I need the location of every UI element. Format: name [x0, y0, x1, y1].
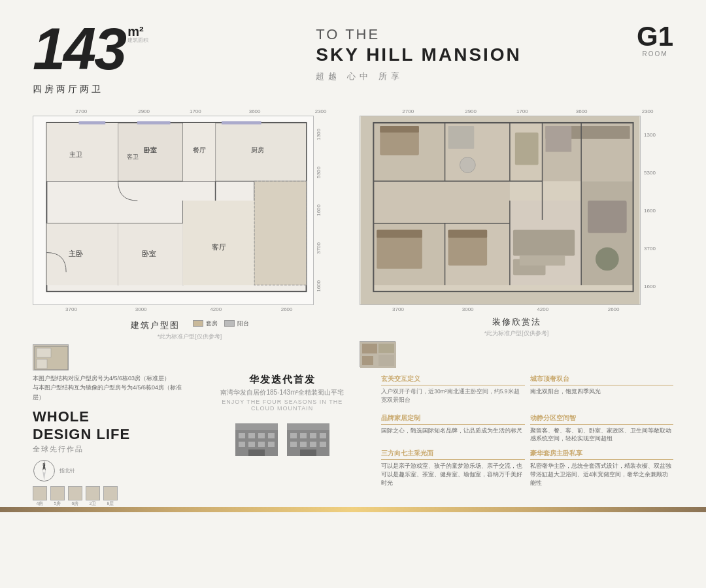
legend-suite: 套房 [193, 319, 218, 328]
room-icon-4: 2卫 [86, 486, 100, 507]
svg-text:客厅: 客厅 [212, 243, 226, 251]
features-grid: 玄关交互定义 入户双开子母门，近30m²南北通主卧空间，约5.9米超宽双景阳台 … [381, 374, 673, 487]
right-plan-container: 2700 2900 1700 3600 2300 [360, 108, 673, 370]
feature-4: 动静分区空间智 聚留客、餐、客、前、卧室、家政区、卫生间等敞取动感系统空间，轻松… [530, 413, 673, 444]
plans-section: 2700 2900 1700 3600 2300 [0, 108, 706, 370]
legend-box-tan [193, 320, 203, 327]
whole-design-block: WHOLE DESIGN LIFE 全球先行作品 [33, 408, 183, 454]
rendered-plan-svg [360, 116, 641, 305]
dim-bot-2: 3000 [110, 306, 173, 312]
svg-rect-73 [378, 355, 394, 366]
legend-box-gray [224, 320, 235, 327]
feature-content-1: 入户双开子母门，近30m²南北通主卧空间，约5.9米超宽双景阳台 [381, 387, 524, 406]
svg-rect-84 [239, 442, 245, 447]
whole-sub: 全球先行作品 [33, 444, 183, 454]
svg-rect-86 [258, 442, 265, 447]
svg-rect-15 [254, 181, 306, 285]
svg-text:厨房: 厨房 [251, 146, 264, 154]
center-title: TO THE SKY HILL MANSION 超越 心中 所享 [316, 26, 522, 82]
dim-right-4: 3700 [316, 242, 330, 254]
svg-rect-72 [378, 344, 394, 353]
bottom-left: 本图户型结构对应户型房号为4/5/6栋03房（标准层） 与本图户型结构互为镜像的… [33, 374, 183, 507]
size-small: 建筑面积 [127, 38, 148, 43]
feature-title-4: 动静分区空间智 [530, 413, 673, 425]
dim-right-1: 1300 [316, 129, 330, 140]
svg-rect-55 [513, 230, 575, 256]
svg-rect-48 [515, 133, 539, 165]
bottom-section: 本图户型结构对应户型房号为4/5/6栋03房（标准层） 与本图户型结构互为镜像的… [0, 374, 706, 507]
sky-hill-text: SKY HILL MANSION [316, 44, 522, 65]
feature-content-5: 可以是亲子游戏室、孩子的童梦游乐场、亲子交流，也可以是趣乐室、茶室、健身室、瑜伽… [381, 462, 524, 487]
header-section: 143 m² 建筑面积 四房两厅两卫 TO THE SKY HILL MANSI… [0, 0, 706, 105]
dim-right-r-2: 5300 [643, 170, 657, 176]
feature-content-3: 国际之心，甄选国际知名品牌，让品质成为生活的标尺 [381, 427, 524, 435]
size-title: 143 m² 建筑面积 四房两厅两卫 [33, 20, 148, 95]
feature-1: 玄关交互定义 入户双开子母门，近30m²南北通主卧空间，约5.9米超宽双景阳台 [381, 374, 524, 408]
building-thumbnails [232, 417, 333, 456]
svg-rect-57 [520, 256, 565, 266]
svg-text:餐厅: 餐厅 [193, 146, 206, 154]
legend-balcony-label: 阳台 [237, 319, 249, 328]
dim-right-r-1: 1300 [643, 132, 657, 138]
svg-marker-76 [42, 470, 46, 481]
to-the-text: TO THE [316, 26, 522, 43]
dim-top-3: 1700 [176, 108, 214, 114]
svg-point-59 [596, 248, 619, 271]
compass-area: N 指北针 [33, 459, 183, 482]
left-plan-container: 2700 2900 1700 3600 2300 [33, 108, 346, 370]
svg-text:主卫: 主卫 [69, 151, 82, 158]
huafa-sub: 南湾华发自居价185-143m²全精装蜀山平宅 [220, 388, 343, 397]
feature-content-4: 聚留客、餐、客、前、卧室、家政区、卫生间等敞取动感系统空间，轻松实现空间超组 [530, 427, 673, 444]
dim-right-2: 5300 [316, 167, 330, 178]
room-icon-2: 5房 [50, 486, 65, 507]
svg-rect-29 [222, 122, 261, 124]
svg-rect-93 [310, 433, 316, 438]
svg-rect-71 [362, 356, 373, 365]
dim-right-3: 1600 [316, 204, 330, 216]
feature-title-5: 三方向七主采光面 [381, 448, 524, 460]
feature-title-6: 豪华套房主卧私享 [530, 448, 673, 460]
svg-rect-58 [588, 201, 627, 233]
subtitle-cn: 超越 心中 所享 [316, 71, 522, 82]
svg-rect-91 [290, 433, 297, 438]
gradient-bar [0, 507, 706, 512]
svg-rect-99 [300, 449, 316, 456]
svg-rect-98 [320, 442, 326, 447]
bottom-right: 玄关交互定义 入户双开子母门，近30m²南北通主卧空间，约5.9米超宽双景阳台 … [381, 374, 673, 507]
small-thumbnail-right [360, 341, 395, 367]
svg-rect-83 [268, 433, 275, 438]
feature-content-2: 南北双阳台，饱览四季风光 [530, 387, 673, 396]
dim-top-5: 2300 [295, 108, 346, 114]
svg-rect-28 [137, 122, 170, 124]
page: 143 m² 建筑面积 四房两厅两卫 TO THE SKY HILL MANSI… [0, 0, 706, 588]
bottom-center: 华发迭代首发 南湾华发自居价185-143m²全精装蜀山平宅 ENJOY THE… [209, 374, 355, 507]
huafa-title: 华发迭代首发 [249, 374, 316, 386]
g1-label: G1 [637, 23, 673, 50]
svg-rect-92 [300, 433, 307, 438]
svg-rect-80 [239, 433, 245, 438]
svg-text:卧室: 卧室 [144, 146, 157, 154]
svg-rect-88 [248, 449, 265, 456]
svg-rect-49 [448, 126, 475, 149]
svg-rect-47 [546, 126, 572, 152]
room-icon-5: 8层 [103, 486, 118, 507]
feature-3: 品牌家居定制 国际之心，甄选国际知名品牌，让品质成为生活的标尺 [381, 413, 524, 444]
svg-text:主卧: 主卧 [69, 250, 83, 257]
svg-rect-54 [448, 230, 488, 238]
svg-rect-96 [300, 442, 307, 447]
svg-rect-90 [287, 423, 329, 430]
feature-2: 城市顶奢双台 南北双阳台，饱览四季风光 [530, 374, 673, 408]
small-thumbnail-left [33, 344, 69, 370]
huafa-en: ENJOY THE FOUR SEASONS IN THE CLOUD MOUN… [209, 399, 355, 412]
size-unit: m² [127, 25, 148, 38]
feature-title-2: 城市顶奢双台 [530, 374, 673, 385]
note-line2: 与本图户型结构互为镜像的户型房号为4/5/6栋04房（标准层） [33, 383, 183, 402]
dim-bot-3: 4200 [172, 306, 260, 312]
room-icons-row: 4房 5房 6房 2卫 8层 [33, 486, 183, 507]
svg-rect-79 [235, 423, 278, 430]
right-plan-title: 装修欣赏法 [360, 316, 673, 328]
dim-right-r-3: 1600 [643, 208, 657, 214]
whole-title-2: DESIGN LIFE [33, 426, 183, 443]
room-icon-3: 6房 [68, 486, 82, 507]
svg-text:客卫: 客卫 [127, 154, 139, 160]
